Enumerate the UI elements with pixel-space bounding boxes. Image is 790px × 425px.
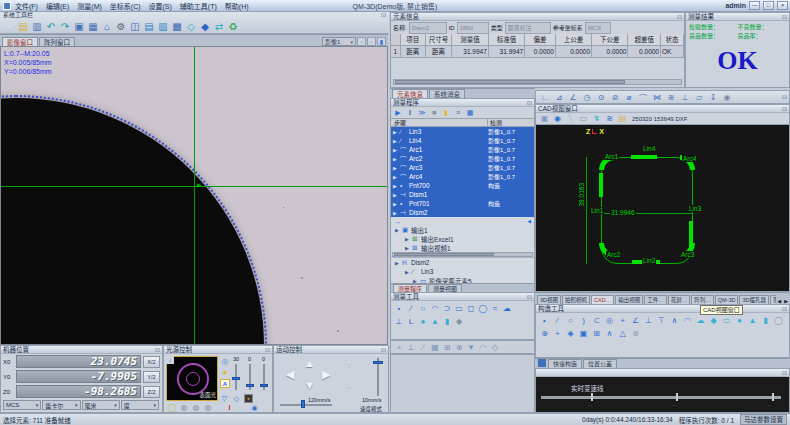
expand-arrow-icon[interactable]: ▶ <box>393 183 400 189</box>
expand-arrow-icon[interactable]: ▶ <box>393 138 400 144</box>
expand-arrow-icon[interactable]: ▶ <box>405 236 412 242</box>
construct-tool-icon-arc2[interactable]: ◠ <box>681 315 694 326</box>
construct-tool-icon-ellipse[interactable]: ⊂ <box>590 315 603 326</box>
program-toolbar-icon-list[interactable]: ≡ <box>453 108 463 117</box>
construct-tool-icon-box[interactable]: ▭ <box>720 315 733 326</box>
motor-settings-button[interactable]: 马达参数设置 <box>740 414 787 425</box>
name-field[interactable]: Diam2 <box>409 22 447 34</box>
menu-item[interactable]: 设置(S) <box>149 1 172 11</box>
video-button-window[interactable]: ▫ <box>357 37 366 46</box>
pin-icon[interactable]: ⊡ <box>782 370 787 376</box>
menu-item[interactable]: 测量(M) <box>77 1 102 11</box>
filter-icon[interactable]: ▽ <box>220 394 229 403</box>
pin-icon[interactable]: ⊡ <box>527 100 532 106</box>
toolbar-icon-transfer[interactable]: ⇄ <box>212 19 226 33</box>
measure-tool-icon-plane[interactable]: ◆ <box>453 316 465 327</box>
program-toolbar-icon-step[interactable]: ≫ <box>417 108 427 117</box>
pin-icon[interactable]: ⊡ <box>782 106 787 112</box>
program-toolbar-icon-run[interactable]: ▶ <box>393 108 403 117</box>
construct-tool-icon-array[interactable]: ⊞ <box>590 328 603 339</box>
close-button[interactable]: × <box>777 1 788 10</box>
program-toolbar-icon-pause[interactable]: ‖ <box>405 108 415 117</box>
expand-arrow-icon[interactable]: ▶ <box>393 147 400 153</box>
ref-field[interactable]: MCS <box>585 22 611 34</box>
snap-tool-icon-probe[interactable]: ⊥ <box>405 342 417 353</box>
minimize-button[interactable]: — <box>749 1 760 10</box>
ring-light-icon-ring-3[interactable]: ◍ <box>191 402 201 412</box>
insert-marker-row[interactable]: → ◀ <box>391 217 534 225</box>
ring-light-selector-icon[interactable]: ◎ <box>220 357 230 366</box>
view-tab[interactable]: 工件… <box>644 295 667 304</box>
annotation-icon-depth[interactable]: ↧ <box>706 92 720 103</box>
column-step[interactable]: 步骤 <box>391 119 488 126</box>
cad-toolbar-icon-flash[interactable]: ↯ <box>590 113 603 124</box>
view-tab[interactable]: 3D摆孔器 <box>739 295 769 304</box>
view-tab[interactable]: 拍照相机 <box>562 295 590 304</box>
measure-tool-icon-cloud[interactable]: ☁ <box>501 303 513 314</box>
view-tab[interactable]: 3D视图 <box>537 295 561 304</box>
pin-icon[interactable]: ⊡ <box>527 294 532 300</box>
menu-item[interactable]: 帮助(H) <box>225 1 249 11</box>
annotation-icon-angle-dim[interactable]: ∟ <box>538 92 552 103</box>
type-field[interactable]: 距离标注 <box>505 22 551 34</box>
annotation-icon-diameter[interactable]: ⊘ <box>608 92 622 103</box>
program-step-Arc1[interactable]: ▶ ⌒ Arc1 影像1_0.7 <box>391 145 534 154</box>
jog-right-button[interactable]: ▶ <box>322 369 330 380</box>
annotation-icon-symmetry[interactable]: ⋈ <box>650 92 664 103</box>
program-toolbar-icon-stop[interactable]: ■ <box>429 108 439 117</box>
view-tab[interactable]: 阵列… <box>691 295 714 304</box>
output-item-输出1[interactable]: ▶ ▣ 输出1 <box>391 225 534 234</box>
annotation-icon-arc-dim[interactable]: ⌒ <box>636 92 650 103</box>
view-tab[interactable]: 花屏… <box>668 295 691 304</box>
detail-item-影像采集元素5[interactable]: ▶ ▭ 影像采集元素5 <box>391 276 534 283</box>
program-h-scrollbar[interactable] <box>392 252 533 257</box>
toolbar-icon-diamond[interactable]: ◇ <box>184 19 198 33</box>
construct-tool-icon-point[interactable]: • <box>538 315 551 326</box>
menu-item[interactable]: 辅助工具(T) <box>180 1 217 11</box>
toolbar-icon-windows[interactable]: ▩ <box>170 19 184 33</box>
construct-tab-icon[interactable] <box>538 359 546 367</box>
construct-tool-icon-cylinder[interactable]: ▮ <box>759 315 772 326</box>
program-step-Arc2[interactable]: ▶ ⌒ Arc2 影像1_0.7 <box>391 154 534 163</box>
snap-tool-icon-grid[interactable]: ▦ <box>429 342 441 353</box>
program-step-Dism1[interactable]: ▶ ⊣ Dism1 <box>391 190 534 199</box>
pin-icon[interactable]: ⊡ <box>155 347 160 353</box>
construct-tool-icon-angle[interactable]: ∠ <box>629 315 642 326</box>
measure-tool-icon-arc[interactable]: ◠ <box>429 303 441 314</box>
construct-tool-icon-arc[interactable]: ) <box>577 315 590 326</box>
pin-icon[interactable]: ⊡ <box>782 14 787 20</box>
toolbar-icon-undo[interactable]: ↶ <box>44 19 58 33</box>
table-h-scrollbar[interactable] <box>393 79 682 85</box>
toolbar-icon-new[interactable]: ▫ <box>2 19 16 33</box>
toolbar-icon-focus[interactable]: ◆ <box>198 19 212 33</box>
cad-toolbar-icon-zoom-box[interactable]: ▭ <box>577 113 590 124</box>
measure-tool-icon-cylinder[interactable]: ▮ <box>441 316 453 327</box>
construct-tool-icon-cross[interactable]: + <box>616 315 629 326</box>
expand-arrow-icon[interactable]: ▶ <box>393 174 400 180</box>
axis-half-button[interactable]: X/2 <box>143 356 160 368</box>
expand-arrow-icon[interactable]: ▶ <box>405 269 412 275</box>
measure-tool-icon-angle[interactable]: L <box>405 316 417 327</box>
toolbar-icon-table[interactable]: ▦ <box>86 19 100 33</box>
box-light-icon[interactable]: ▪ <box>244 394 253 403</box>
annotation-icon-clock[interactable]: ◷ <box>580 92 594 103</box>
video-canvas[interactable]: ▶ L:0.7--M:20.05 X=0.005/85mm Y=0.006/85… <box>0 46 388 345</box>
jog-down-button[interactable]: ▼ <box>304 380 315 391</box>
light-arrow-icon[interactable]: ↓ <box>166 356 174 364</box>
construct-tool-icon-solid[interactable]: ◆ <box>707 315 720 326</box>
expand-arrow-icon[interactable]: ▶ <box>413 278 420 284</box>
axis-half-button[interactable]: Y/2 <box>143 371 160 383</box>
id-field[interactable]: 2860 <box>457 22 489 34</box>
expand-arrow-icon[interactable]: ▶ <box>393 129 400 135</box>
auto-light-button[interactable]: A <box>220 379 230 388</box>
construct-tool-icon-tangent[interactable]: ⊤ <box>655 315 668 326</box>
detail-item-Dism2[interactable]: ▶ H Dism2 <box>391 258 534 267</box>
view-tab[interactable]: 输出视图 <box>615 295 643 304</box>
program-toolbar-icon-lock[interactable]: ▮ <box>441 108 451 117</box>
maximize-button[interactable]: □ <box>763 1 774 10</box>
construct-tool-icon-combine[interactable]: ⊕ <box>538 328 551 339</box>
annotation-icon-triangle-dim[interactable]: ⊿ <box>552 92 566 103</box>
program-step-Arc4[interactable]: ▶ ⌒ Arc4 影像1_0.7 <box>391 172 534 181</box>
construct-tool-icon-add[interactable]: + <box>551 328 564 339</box>
snap-tool-icon-crosshair[interactable]: + <box>393 342 405 353</box>
